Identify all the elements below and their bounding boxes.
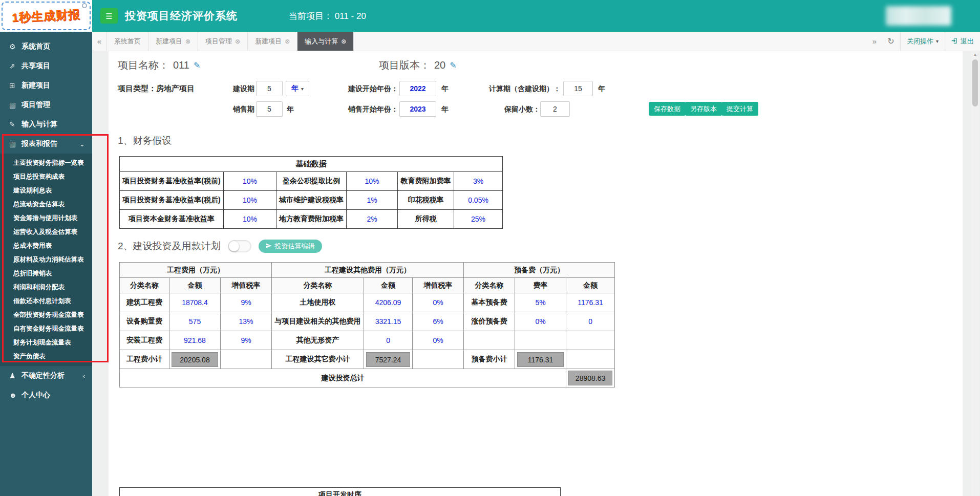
cell-value: 4206.09 — [364, 293, 413, 312]
sidebar-item-project-management[interactable]: ▤ 项目管理 — [0, 95, 92, 115]
project-name: 项目名称： 011 ✎ — [118, 58, 200, 72]
cell-value: 6% — [413, 312, 464, 331]
investment-estimate-edit-button[interactable]: 投资估算编辑 — [259, 240, 322, 253]
column-header: 费率 — [515, 278, 566, 293]
cell-value: 0 — [566, 312, 615, 331]
sidebar-report-item[interactable]: 借款还本付息计划表 — [0, 294, 92, 308]
tabbar-right-controls: » ↻ 关闭操作 ▾ 退出 — [867, 32, 980, 51]
chevron-left-icon: ‹ — [83, 372, 85, 380]
cell-value: 0 — [364, 331, 413, 350]
cell-label: 其他无形资产 — [272, 331, 364, 350]
calc-period-input[interactable] — [563, 81, 593, 96]
table-row: 项目投资财务基准收益率(税前) 10% 盈余公积提取比例 10% 教育费附加费率… — [120, 172, 503, 191]
tab-close-icon[interactable]: ⊗ — [341, 38, 346, 45]
investment-toggle[interactable] — [228, 240, 251, 252]
column-header: 分类名称 — [464, 278, 515, 293]
tab-close-icon[interactable]: ⊗ — [285, 38, 290, 45]
cell-value: 1% — [347, 191, 398, 210]
scroll-up-icon[interactable]: ▲ — [971, 52, 979, 57]
sidebar-report-item[interactable]: 项目总投资构成表 — [0, 170, 92, 184]
edit-version-icon[interactable]: ✎ — [450, 60, 456, 70]
tab-project-management[interactable]: 项目管理 ⊗ — [198, 32, 248, 51]
sidebar-report-item[interactable]: 总成本费用表 — [0, 239, 92, 253]
tab-new-project-1[interactable]: 新建项目 ⊗ — [148, 32, 198, 51]
tab-close-icon[interactable]: ⊗ — [235, 38, 240, 45]
sidebar-report-item[interactable]: 主要投资财务指标一览表 — [0, 156, 92, 170]
tab-input-calc[interactable]: 输入与计算 ⊗ — [297, 32, 354, 51]
tabs-scroll-left-icon[interactable]: « — [92, 32, 106, 51]
logo-pin-icon — [82, 3, 87, 8]
tab-new-project-2[interactable]: 新建项目 ⊗ — [248, 32, 297, 51]
sidebar-item-system-home[interactable]: ⚙ 系统首页 — [0, 37, 92, 56]
cell-value: 10% — [224, 191, 276, 210]
sidebar-report-item[interactable]: 建设期利息表 — [0, 184, 92, 198]
sidebar-report-item[interactable]: 自有资金财务现金流量表 — [0, 322, 92, 336]
sidebar-report-item[interactable]: 资金筹措与使用计划表 — [0, 211, 92, 225]
sidebar-item-personal-center[interactable]: ☻ 个人中心 — [0, 385, 92, 405]
subtotal-row: 工程费小计 20205.08 工程建设其它费小计 7527.24 预备费小计 1… — [120, 350, 615, 369]
user-info-blurred[interactable] — [886, 6, 951, 26]
refresh-icon[interactable]: ↻ — [882, 32, 900, 51]
tab-label: 新建项目 — [156, 37, 182, 46]
save-data-button[interactable]: 保存数据 — [649, 102, 686, 116]
cell-empty — [413, 350, 464, 369]
year-unit-text: 年 — [441, 101, 449, 117]
tabs-scroll-right-icon[interactable]: » — [867, 32, 882, 51]
decimals-input[interactable] — [540, 101, 570, 117]
cell-value — [515, 331, 566, 350]
sidebar-report-item[interactable]: 利润和利润分配表 — [0, 281, 92, 294]
sale-start-input[interactable] — [399, 101, 436, 117]
column-header: 金额 — [169, 278, 221, 293]
sidebar-item-shared-projects[interactable]: ⇗ 共享项目 — [0, 56, 92, 76]
sidebar-report-item[interactable]: 总流动资金估算表 — [0, 198, 92, 211]
cell-label: 土地使用权 — [272, 293, 364, 312]
sidebar-report-item[interactable]: 总折旧摊销表 — [0, 267, 92, 281]
header-bar: ☰ 投资项目经济评价系统 当前项目： 011 - 20 — [92, 0, 980, 32]
sidebar-item-uncertainty-analysis[interactable]: ♟ 不确定性分析 ‹ — [0, 366, 92, 385]
hamburger-menu-button[interactable]: ☰ — [100, 8, 118, 24]
cell-label: 安装工程费 — [120, 331, 169, 350]
group-header-row: 工程费用（万元） 工程建设其他费用（万元） 预备费（万元） — [120, 263, 615, 278]
edit-name-icon[interactable]: ✎ — [194, 60, 200, 70]
cell-value: 10% — [347, 172, 398, 191]
sidebar-item-label: 报表和报告 — [22, 139, 57, 148]
sidebar-report-item[interactable]: 全部投资财务现金流量表 — [0, 308, 92, 322]
sidebar-report-item[interactable]: 财务计划现金流量表 — [0, 336, 92, 350]
sale-period-input[interactable] — [256, 101, 283, 117]
chevron-down-icon: ⌄ — [79, 140, 85, 148]
sidebar-item-input-calc[interactable]: ✎ 输入与计算 — [0, 115, 92, 134]
sidebar-report-item[interactable]: 原材料及动力消耗估算表 — [0, 253, 92, 267]
tab-close-icon[interactable]: ⊗ — [185, 38, 190, 45]
cell-value: 5% — [515, 293, 566, 312]
cell-value: 3% — [454, 172, 503, 191]
cell-value: 0% — [413, 293, 464, 312]
tab-label: 项目管理 — [205, 37, 232, 46]
cell-subtotal: 20205.08 — [169, 350, 221, 369]
project-name-value: 011 — [173, 59, 189, 71]
sidebar-item-new-project[interactable]: ⊞ 新建项目 — [0, 76, 92, 95]
sidebar-item-reports[interactable]: ▦ 报表和报告 ⌄ — [0, 134, 92, 154]
cell-label: 设备购置费 — [120, 312, 169, 331]
save-as-version-button[interactable]: 另存版本 — [685, 102, 722, 116]
cell-label: 项目投资财务基准收益率(税后) — [120, 191, 224, 210]
cell-value: 921.68 — [169, 331, 221, 350]
current-project-label: 当前项目： — [289, 11, 332, 21]
year-unit-select[interactable]: 年▾ — [286, 81, 309, 96]
cell-value: 13% — [221, 312, 272, 331]
sidebar-report-item[interactable]: 运营收入及税金估算表 — [0, 225, 92, 239]
development-schedule-title: 项目开发时序 — [120, 488, 560, 496]
cell-label: 基本预备费 — [464, 293, 515, 312]
submit-calc-button[interactable]: 提交计算 — [721, 102, 758, 116]
cell-label: 印花税税率 — [398, 191, 454, 210]
form-row-1: 项目类型：房地产项目 建设期： 年▾ 建设开始年份： 年 计算期（含建设期）： … — [109, 81, 963, 96]
sidebar-report-item[interactable]: 资产负债表 — [0, 350, 92, 363]
cell-value: 0.05% — [454, 191, 503, 210]
build-period-input[interactable] — [256, 81, 283, 96]
close-operations-dropdown[interactable]: 关闭操作 ▾ — [900, 32, 945, 51]
sidebar-item-label: 系统首页 — [22, 42, 50, 51]
build-start-input[interactable] — [399, 81, 436, 96]
scrollbar-thumb[interactable] — [972, 59, 978, 106]
exit-button[interactable]: 退出 — [945, 32, 980, 51]
tab-system-home[interactable]: 系统首页 — [106, 32, 148, 51]
logo-card: 1秒生成财报 — [2, 2, 91, 30]
